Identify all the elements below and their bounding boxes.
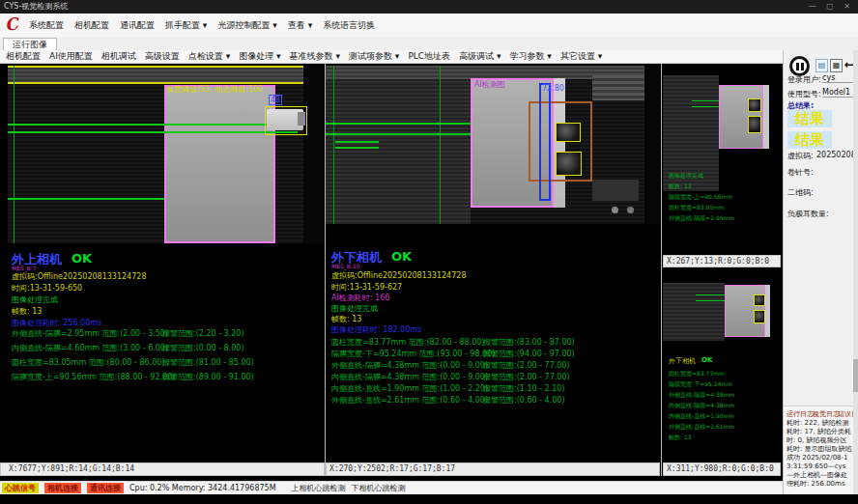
negative-tab-count-label: 负极耳数量: (787, 209, 829, 219)
left-camera-image[interactable]: 灰度阈值:93, 动态阈值:100 48 (8, 66, 325, 243)
window-title: CYS-视觉检测系统 (0, 2, 68, 11)
pause-button[interactable] (789, 56, 810, 76)
cpu-memory-text: Cpu: 0.2% Memory: 3424.41796875M (129, 484, 276, 492)
minimize-button[interactable]: — (809, 2, 820, 11)
mini-readout-line: 内侧直线-直线=1.90mm (669, 412, 734, 421)
measurement-value: 内侧直线-隔膜=4.38mm 范围:(0.00 - 9.00) (331, 372, 488, 382)
tool-plc-address[interactable]: PLC地址表 (408, 50, 450, 63)
title-bar: CYS-视觉检测系统 — ▢ ✕ (0, 0, 858, 14)
tool-advanced-settings[interactable]: 高级设置 (145, 50, 180, 63)
machine-part (592, 180, 639, 201)
machine-dot (627, 207, 634, 213)
green-measure-line (696, 294, 725, 295)
lower-camera-heartbeat[interactable]: 下相机心跳检测 (352, 483, 406, 493)
middle-camera-readout: 外下相机 OK MES_B:10 虚拟码:Offline202502081331… (326, 224, 660, 462)
menu-view[interactable]: 查看 ▾ (288, 19, 312, 32)
log-tab-run[interactable]: 运行日志 (786, 409, 814, 419)
tool-baseline-params[interactable]: 基准线参数 ▾ (290, 50, 340, 63)
status-bar: 心跳信号 相机连接 通讯连接 Cpu: 0.2% Memory: 3424.41… (0, 481, 783, 494)
dark-region (644, 66, 660, 224)
qr-code-label: 二维码: (787, 187, 814, 198)
green-measure-line (8, 131, 298, 133)
upper-camera-heartbeat[interactable]: 上相机心跳检测 (292, 483, 346, 493)
mini-readout-line: 隔膜宽度-上=90.56mm (669, 193, 732, 202)
small-camera-view-2[interactable]: 外下相机 OK 圆柱宽度=83.77mm 隔膜宽度-下=95.24mm 外侧直线… (663, 269, 781, 461)
tool-test-params[interactable]: 测试项参数 ▾ (349, 50, 399, 63)
tool-advanced-debug[interactable]: 高级调试 ▾ (459, 50, 500, 63)
camera-status-ok: OK (391, 249, 412, 264)
yellow-tab-box (754, 294, 765, 306)
measurement-value: 隔膜宽度-下=95.24mm 范围:(93.00 - 98.00) (331, 349, 495, 359)
mini-readout-line: 隔膜宽度-下=95.24mm (669, 380, 732, 389)
menu-comm-config[interactable]: 通讯配置 (120, 19, 155, 32)
bottom-strip (0, 494, 858, 504)
mini-readout-line: 圆柱宽度=83.05mm (669, 204, 725, 212)
roi-pink-box (164, 85, 275, 243)
process-done-line: 图像处理完成 (331, 303, 378, 314)
dark-region (303, 66, 325, 243)
alarm-range: 报警范围:(89.00 - 91.00) (162, 372, 254, 382)
measurement-value: 隔膜宽度-上=90.56mm 范围:(88.00 - 92.00) (12, 372, 175, 382)
tool-camera-debug[interactable]: 相机调试 (101, 50, 136, 63)
film-edge-column (763, 85, 769, 149)
log-tab-vision[interactable]: 视觉日志 (813, 409, 840, 419)
maximize-button[interactable]: ▢ (826, 2, 838, 11)
mini-readout-line: 内侧直线-隔膜=4.38mm (669, 402, 734, 410)
ai-overlay-label: AI检测图 (474, 79, 505, 90)
mini-readout-line: 帧数: 13 (669, 434, 692, 442)
tab-run-image[interactable]: 运行图像 (3, 38, 57, 50)
tool-ai-config[interactable]: AI使用配置 (49, 50, 93, 63)
pause-icon (796, 63, 799, 70)
view-mode-button[interactable]: ▦ (830, 59, 843, 72)
process-done-line: 图像处理完成 (12, 294, 58, 305)
result-badge-1: 结果 (787, 110, 832, 127)
layout-toggle-button[interactable]: ▤ (815, 59, 828, 72)
tool-learning-params[interactable]: 学习参数 ▾ (510, 50, 552, 63)
measurement-value: 外侧直线-直线=2.61mm 范围:(0.60 - 4.00) (331, 395, 488, 406)
coords-strip: X:7677;Y:891;R:14;G:14;B:14 (0, 462, 325, 476)
alarm-range: 报警范围:(2.00 - 77.00) (483, 372, 570, 382)
sidebar-scrollbar[interactable] (853, 50, 858, 494)
right-sidebar: ▤ ▦ ← 登录用户: cys 使用型号: Model1 总结果: 结果 结果 … (783, 50, 858, 494)
green-vertical-line (14, 66, 14, 243)
tool-spot-check[interactable]: 点检设置 ▾ (188, 50, 230, 63)
elapsed-line: 图像处理耗时: 256.00ms (12, 318, 101, 328)
virtual-code-label: 虚拟码: (787, 151, 814, 161)
measurement-value: 圆柱宽度=83.05mm 范围:(80.00 - 86.00) (12, 357, 164, 368)
machine-stripe-band (326, 66, 471, 224)
alarm-range: 报警范围:(0.00 - 8.00) (162, 343, 244, 353)
panel-divider (661, 64, 662, 476)
small-camera-view-1[interactable]: 图像处理完成 帧数: 13 隔膜宽度-上=90.56mm 圆柱宽度=83.05m… (663, 66, 781, 255)
machine-top-band (8, 66, 325, 82)
measurement-value: 内侧直线-隔膜=4.60mm 范围:(3.00 - 6.00) (12, 343, 168, 353)
measurement-value: 内侧直线-直线=1.90mm 范围:(1.00 - 2.20) (331, 383, 488, 394)
coords-strip: X:311;Y:980;R:0;G:0;B:0 (663, 462, 781, 476)
coords-strip: X:270;Y:2502;R:17;G:17;B:17 (326, 462, 660, 476)
green-vertical-line (440, 66, 441, 224)
toolbar: 相机配置 AI使用配置 相机调试 高级设置 点检设置 ▾ 图像处理 ▾ 基准线参… (0, 50, 783, 64)
mini-readout-line: 图像处理完成 (669, 172, 703, 181)
barcode-line: 虚拟码:Offline20250208133124728 (12, 271, 146, 282)
menu-light-config[interactable]: 光源控制配置 ▾ (217, 19, 276, 32)
menu-camera-config[interactable]: 相机配置 (74, 19, 109, 32)
time-line: 时间:13-31-59-650 (12, 283, 82, 294)
green-measure-line (8, 124, 298, 126)
scrollbar-thumb[interactable] (853, 359, 858, 392)
pause-icon (801, 63, 804, 70)
machine-stripe-band (663, 283, 725, 341)
mini-camera-label: 外下相机 (669, 356, 696, 366)
measurement-value: 外侧直线-隔膜=2.95mm 范围:(2.00 - 3.50) (12, 328, 168, 339)
tool-image-processing[interactable]: 图像处理 ▾ (239, 50, 280, 63)
menu-system-config[interactable]: 系统配置 (29, 19, 64, 32)
mini-readout-line: 外侧直线-直线=2.61mm (669, 423, 734, 432)
grid-layout-icon: ▤ (818, 61, 826, 70)
middle-camera-image[interactable]: AI检测图 72.80 (326, 66, 660, 224)
barcode-line: 虚拟码:Offline20250208133124728 (331, 270, 466, 281)
yellow-tab-box (754, 310, 765, 323)
menu-gripper-config[interactable]: 抓手配置 ▾ (165, 19, 207, 32)
close-button[interactable]: ✕ (844, 2, 854, 11)
connector-tip (298, 112, 305, 126)
tool-camera-config[interactable]: 相机配置 (6, 50, 41, 63)
tool-other-settings[interactable]: 其它设置 ▾ (560, 50, 602, 63)
menu-language-switch[interactable]: 系统语言切换 (323, 19, 375, 32)
